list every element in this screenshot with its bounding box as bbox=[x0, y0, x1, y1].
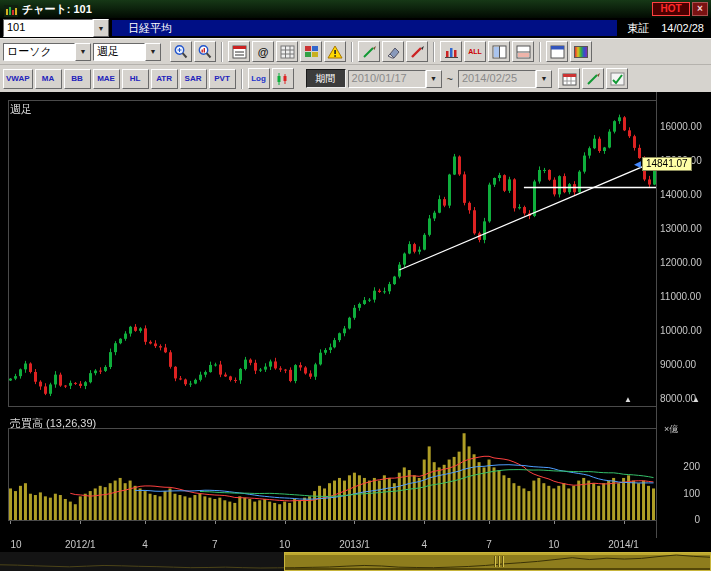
trend-pen-button[interactable] bbox=[582, 68, 604, 89]
toolbar-separator bbox=[221, 42, 223, 62]
hot-button[interactable]: HOT bbox=[652, 2, 690, 16]
mail-at-button[interactable]: @ bbox=[252, 41, 274, 62]
date-from-field[interactable]: 2010/01/17 bbox=[348, 70, 426, 88]
last-price-value: 14841.07 bbox=[642, 157, 692, 171]
log-scale-button[interactable]: Log bbox=[248, 68, 270, 89]
chevron-down-icon[interactable]: ▼ bbox=[536, 70, 552, 88]
last-price-marker: ◀ 14841.07 bbox=[634, 157, 692, 171]
date-range-tilde: ~ bbox=[447, 73, 453, 85]
multi-panel-button[interactable] bbox=[300, 41, 322, 62]
indicator-toolbar: VWAPMABBMAEHLATRSARPVT Log 期間 2010/01/17… bbox=[0, 64, 711, 92]
scrollbar-thumb[interactable] bbox=[284, 552, 711, 571]
marker-button[interactable] bbox=[406, 41, 428, 62]
window-title: チャート: 101 bbox=[22, 2, 707, 17]
check-grid-button[interactable] bbox=[606, 68, 628, 89]
app-chart-icon bbox=[4, 3, 18, 15]
chart-scrollbar bbox=[0, 552, 711, 571]
instrument-bar: 101 ▼ 日経平均 東証 14/02/28 bbox=[0, 18, 711, 38]
chevron-down-icon[interactable]: ▼ bbox=[145, 43, 161, 61]
toolbar-separator bbox=[539, 42, 541, 62]
chevron-down-icon[interactable]: ▼ bbox=[93, 19, 109, 37]
chart-window: チャート: 101 HOT × 101 ▼ 日経平均 東証 14/02/28 ロ… bbox=[0, 0, 711, 571]
main-toolbar: ローソク ▼ 週足 ▼ @ALL bbox=[0, 38, 711, 64]
calendar-button[interactable] bbox=[558, 68, 580, 89]
timeframe-field[interactable]: 週足 bbox=[93, 43, 145, 61]
mini-candle-icon bbox=[275, 72, 290, 86]
palette-button[interactable] bbox=[570, 41, 592, 62]
check-grid-icon bbox=[610, 72, 625, 86]
compare-bars-icon bbox=[444, 45, 459, 59]
close-button[interactable]: × bbox=[692, 2, 708, 16]
scroll-latest-icon[interactable]: ▲ bbox=[624, 395, 632, 404]
indicator-bb-button[interactable]: BB bbox=[64, 69, 91, 89]
volume-panel-label: 売買高 (13,26,39) bbox=[10, 416, 96, 431]
mini-candle-button[interactable] bbox=[272, 68, 294, 89]
title-bar: チャート: 101 HOT × bbox=[0, 0, 711, 18]
toolbar-separator bbox=[241, 69, 243, 89]
timeframe-combo[interactable]: 週足 ▼ bbox=[93, 43, 161, 61]
grid-icon bbox=[280, 45, 295, 59]
indicator-sar-button[interactable]: SAR bbox=[180, 69, 207, 89]
zoom-in-icon bbox=[173, 44, 189, 60]
trend-pen-icon bbox=[586, 72, 601, 86]
indicator-atr-button[interactable]: ATR bbox=[151, 69, 178, 89]
quote-date-label: 14/02/28 bbox=[661, 22, 704, 34]
eraser-icon bbox=[386, 45, 401, 59]
indicator-ma-button[interactable]: MA bbox=[35, 69, 62, 89]
split-horizontal-button[interactable] bbox=[512, 41, 534, 62]
zoom-chart-button[interactable] bbox=[194, 41, 216, 62]
toolbar-separator bbox=[433, 42, 435, 62]
chevron-down-icon[interactable]: ▼ bbox=[426, 70, 442, 88]
zoom-in-button[interactable] bbox=[170, 41, 192, 62]
indicator-vwap-button[interactable]: VWAP bbox=[3, 69, 33, 89]
price-arrow-icon: ◀ bbox=[634, 159, 641, 169]
indicator-mae-button[interactable]: MAE bbox=[93, 69, 120, 89]
show-all-icon: ALL bbox=[468, 48, 482, 55]
trend-pen-button[interactable] bbox=[358, 41, 380, 62]
date-to-field[interactable]: 2014/02/25 bbox=[458, 70, 536, 88]
indicator-pvt-button[interactable]: PVT bbox=[209, 69, 236, 89]
new-window-icon bbox=[550, 45, 565, 59]
split-horizontal-icon bbox=[516, 45, 531, 59]
show-all-button[interactable]: ALL bbox=[464, 41, 486, 62]
multi-panel-icon bbox=[304, 45, 319, 59]
quote-board-button[interactable] bbox=[228, 41, 250, 62]
date-to-combo[interactable]: 2014/02/25 ▼ bbox=[458, 70, 552, 88]
alert-button[interactable] bbox=[324, 41, 346, 62]
chart-type-combo[interactable]: ローソク ▼ bbox=[3, 43, 91, 61]
toolbar-separator bbox=[351, 42, 353, 62]
eraser-button[interactable] bbox=[382, 41, 404, 62]
log-scale-icon: Log bbox=[251, 74, 266, 83]
scroll-latest-axis-icon[interactable]: ▲ bbox=[692, 395, 700, 404]
compare-bars-button[interactable] bbox=[440, 41, 462, 62]
chevron-down-icon[interactable]: ▼ bbox=[75, 43, 91, 61]
date-from-combo[interactable]: 2010/01/17 ▼ bbox=[348, 70, 442, 88]
mail-at-icon: @ bbox=[258, 46, 269, 58]
grid-button[interactable] bbox=[276, 41, 298, 62]
panel-label: 週足 bbox=[10, 102, 32, 117]
volume-unit-label: ×億 bbox=[664, 423, 678, 436]
exchange-label: 東証 bbox=[627, 21, 649, 36]
quote-board-icon bbox=[232, 45, 247, 59]
split-vertical-icon bbox=[492, 45, 507, 59]
calendar-icon bbox=[562, 72, 577, 86]
alert-icon bbox=[327, 45, 343, 59]
symbol-code-combo[interactable]: 101 ▼ bbox=[3, 19, 109, 37]
split-vertical-button[interactable] bbox=[488, 41, 510, 62]
zoom-chart-icon bbox=[197, 44, 213, 60]
palette-icon bbox=[574, 46, 588, 58]
chart-type-field[interactable]: ローソク bbox=[3, 43, 75, 61]
marker-icon bbox=[410, 45, 425, 59]
new-window-button[interactable] bbox=[546, 41, 568, 62]
indicator-hl-button[interactable]: HL bbox=[122, 69, 149, 89]
chart-region: 週足 売買高 (13,26,39) ×億 ◀ 14841.07 ▲ ▲ bbox=[0, 92, 711, 552]
chart-canvas[interactable] bbox=[0, 92, 711, 552]
instrument-name-band: 日経平均 bbox=[112, 20, 617, 36]
trend-pen-icon bbox=[362, 45, 377, 59]
symbol-code-field[interactable]: 101 bbox=[3, 19, 93, 37]
period-button[interactable]: 期間 bbox=[306, 69, 346, 88]
